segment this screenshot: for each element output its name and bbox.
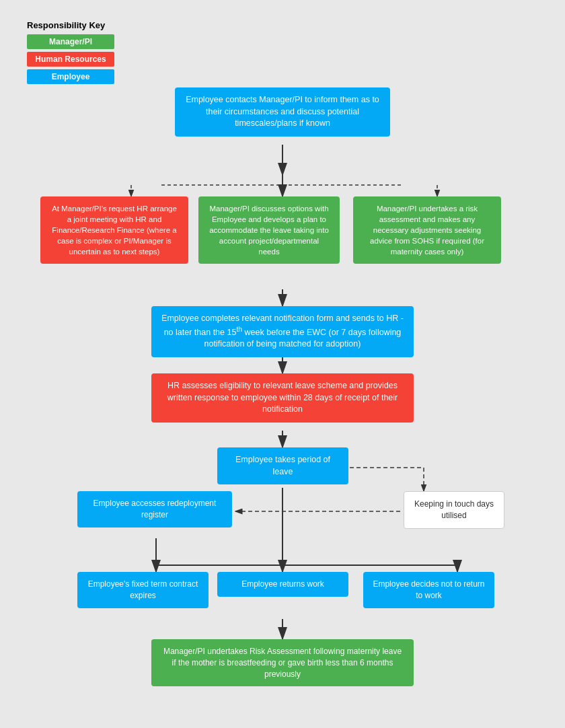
box-kit-days: Keeping in touch days utilised — [404, 491, 504, 529]
box-risk-assessment-breastfeeding: Manager/PI undertakes Risk Assessment fo… — [151, 639, 414, 686]
box-manager-risk: Manager/PI undertakes a risk assessment … — [353, 196, 501, 264]
box-employee-notification: Employee completes relevant notification… — [151, 306, 414, 357]
box-manager-discusses: Manager/PI discusses options with Employ… — [198, 196, 340, 264]
box-employee-contacts: Employee contacts Manager/PI to inform t… — [175, 87, 390, 137]
box-fixed-term: Employee's fixed term contract expires — [77, 572, 209, 608]
box-hr-joint-meeting: At Manager/PI's request HR arrange a joi… — [40, 196, 188, 264]
box-hr-assesses: HR assesses eligibility to relevant leav… — [151, 373, 414, 423]
box-returns-work: Employee returns work — [217, 572, 348, 597]
page: Responsibility Key Manager/PI Human Reso… — [0, 0, 565, 728]
box-employee-leave: Employee takes period of leave — [217, 447, 348, 484]
box-redeployment: Employee accesses redeployment register — [77, 491, 232, 527]
box-not-return: Employee decides not to return to work — [363, 572, 494, 608]
